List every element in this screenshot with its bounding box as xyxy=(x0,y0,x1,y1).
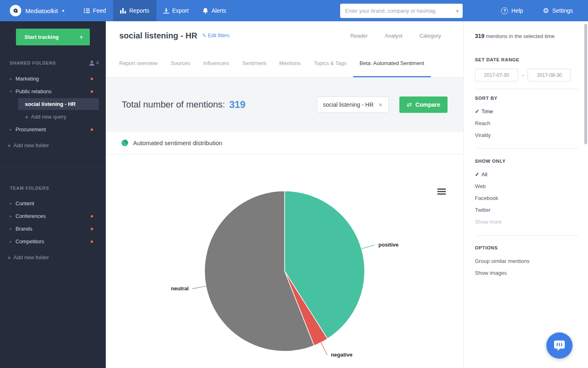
chat-widget-button[interactable] xyxy=(546,332,572,359)
add-new-folder-button[interactable]: + Add new folder xyxy=(0,139,106,152)
person-icon xyxy=(89,61,94,66)
download-icon xyxy=(163,8,169,13)
plus-icon: + xyxy=(7,254,11,261)
sentiment-chart-area: positivenegativeneutral xyxy=(106,155,463,368)
sort-option-reach[interactable]: Reach xyxy=(475,117,579,129)
divider xyxy=(475,89,579,89)
option-group-similar-mentions[interactable]: Group similar mentions xyxy=(475,255,579,267)
show-option-twitter[interactable]: Twitter xyxy=(475,204,579,216)
unread-dot xyxy=(91,215,93,218)
folder-label: Conferences xyxy=(16,213,46,219)
sidebar-folder-brands[interactable]: ▸ Brands xyxy=(0,222,106,235)
sidebar-folder-procurement[interactable]: ▸ Procurement xyxy=(0,123,106,136)
tab-beta-automated-sentiment[interactable]: Beta: Automated Sentiment xyxy=(353,50,431,77)
divider xyxy=(475,148,579,149)
report-header: social listening - HR ✎ Edit filters Rea… xyxy=(106,21,463,50)
mediatoolkit-logo xyxy=(10,5,21,16)
option-label: All xyxy=(481,171,487,177)
date-to-input[interactable] xyxy=(528,69,571,81)
query-chip-label: social listening - HR xyxy=(323,101,374,108)
add-new-folder-label: Add new folder xyxy=(13,254,49,260)
chevron-right-icon: ▸ xyxy=(10,239,16,244)
mentions-count-line: 319 mentions in the selected time xyxy=(475,33,579,39)
sidebar: Start tracking + SHARED FOLDERS 4 ▸ Mark… xyxy=(0,21,106,368)
settings-label: Settings xyxy=(552,7,573,14)
date-range-row: - xyxy=(475,69,579,81)
chevron-right-icon: ▸ xyxy=(10,214,16,218)
edit-filters-link[interactable]: ✎ Edit filters xyxy=(202,33,229,38)
shared-folders-label: SHARED FOLDERS xyxy=(10,61,56,65)
chevron-right-icon: ▸ xyxy=(10,227,16,231)
filter-panel: 319 mentions in the selected time SET DA… xyxy=(463,21,588,368)
tab-mentions[interactable]: Mentions xyxy=(273,50,307,77)
nav-alerts[interactable]: Alerts xyxy=(196,0,233,21)
mentions-count-suffix: mentions in the selected time xyxy=(484,33,555,39)
total-mentions-value: 319 xyxy=(229,99,245,110)
page-title: social listening - HR xyxy=(119,31,197,40)
tab-label: Mentions xyxy=(279,60,301,66)
option-label: Virality xyxy=(475,132,491,138)
search-input[interactable] xyxy=(345,8,456,14)
brand-search: ▾ xyxy=(340,4,463,18)
plus-icon: + xyxy=(25,113,29,120)
mentions-count: 319 xyxy=(475,33,484,39)
show-option-web[interactable]: Web xyxy=(475,180,579,192)
chevron-down-icon[interactable]: ▾ xyxy=(456,8,459,14)
page-scrollbar[interactable] xyxy=(584,24,587,144)
option-label: Facebook xyxy=(475,195,498,201)
mentions-summary: Total number of mentions: 319 social lis… xyxy=(106,78,463,132)
tab-sources[interactable]: Sources xyxy=(164,50,197,77)
option-label: Show images xyxy=(475,270,507,276)
nav-reports[interactable]: Reports xyxy=(113,0,156,21)
sidebar-folder-public-relations[interactable]: ▾ Public relations xyxy=(0,85,106,98)
option-show-images[interactable]: Show images xyxy=(475,267,579,279)
brand-menu[interactable]: Mediatoolkit ▾ xyxy=(10,5,65,16)
sort-option-time[interactable]: ✓ Time xyxy=(475,105,579,117)
total-mentions-label: Total number of mentions: xyxy=(122,99,225,110)
sidebar-folder-marketing[interactable]: ▸ Marketing xyxy=(0,72,106,85)
show-option-all[interactable]: ✓ All xyxy=(475,168,579,180)
view-reader[interactable]: Reader xyxy=(350,33,368,39)
tab-report-overview[interactable]: Report overview xyxy=(113,50,164,77)
main-nav: Feed Reports Export Alerts xyxy=(77,0,233,21)
add-new-query-button[interactable]: + Add new query xyxy=(0,110,106,123)
shared-folders-users[interactable]: 4 xyxy=(89,60,99,66)
show-more-link[interactable]: Show more xyxy=(475,216,579,228)
sidebar-query-social-listening-hr[interactable]: social listening - HR xyxy=(18,98,99,110)
sidebar-folder-competitors[interactable]: ▸ Competitors xyxy=(0,235,106,248)
tab-label: Topics & Tags xyxy=(314,60,347,66)
date-from-input[interactable] xyxy=(475,69,518,81)
tab-influencers[interactable]: Influencers xyxy=(197,50,236,77)
sort-option-virality[interactable]: Virality xyxy=(475,129,579,141)
main-content: social listening - HR ✎ Edit filters Rea… xyxy=(106,21,463,368)
tab-label: Report overview xyxy=(119,60,158,66)
date-range-heading: SET DATE RANGE xyxy=(475,57,579,62)
chevron-right-icon: ▸ xyxy=(10,201,16,206)
plus-icon: + xyxy=(79,33,83,41)
sidebar-folder-content[interactable]: ▸ Content xyxy=(0,197,106,210)
close-icon[interactable]: × xyxy=(379,101,383,108)
shared-user-count: 4 xyxy=(96,60,99,66)
folder-label: Competitors xyxy=(16,238,44,245)
compare-arrows-icon: ⇄ xyxy=(407,101,412,108)
start-tracking-button[interactable]: Start tracking + xyxy=(16,29,90,45)
nav-feed[interactable]: Feed xyxy=(77,0,113,21)
add-new-folder-button[interactable]: + Add new folder xyxy=(0,251,106,264)
section-title: Automated sentiment distribution xyxy=(133,139,222,146)
show-option-facebook[interactable]: Facebook xyxy=(475,192,579,204)
nav-export[interactable]: Export xyxy=(156,0,196,21)
option-label: Show more xyxy=(475,219,502,225)
view-analyst[interactable]: Analyst xyxy=(385,33,403,39)
option-label: Twitter xyxy=(475,207,490,213)
report-tabs: Report overview Sources Influencers Sent… xyxy=(106,50,463,78)
sentiment-pie-chart: positivenegativeneutral xyxy=(106,155,463,368)
settings-button[interactable]: ⚙ Settings xyxy=(536,0,580,21)
chart-menu-icon[interactable] xyxy=(437,187,446,196)
compare-button[interactable]: ⇄ Compare xyxy=(399,96,448,113)
help-button[interactable]: ? Help xyxy=(494,0,530,21)
date-separator: - xyxy=(522,72,524,79)
sidebar-folder-conferences[interactable]: ▸ Conferences xyxy=(0,210,106,222)
tab-sentiment[interactable]: Sentiment xyxy=(236,50,273,77)
view-category[interactable]: Category xyxy=(419,33,441,39)
tab-topics-tags[interactable]: Topics & Tags xyxy=(307,50,353,77)
